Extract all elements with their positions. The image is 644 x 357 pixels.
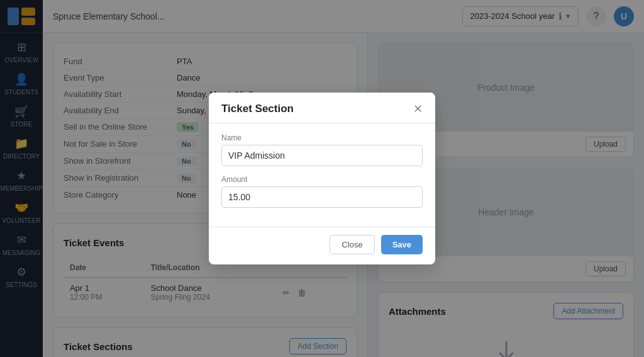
modal-header: Ticket Section ✕ [209,93,435,123]
name-input[interactable] [221,145,423,166]
amount-input[interactable] [221,186,423,208]
modal-title: Ticket Section [221,103,294,115]
modal-close-button[interactable]: ✕ [413,103,423,115]
name-form-group: Name [221,133,423,166]
name-form-label: Name [221,133,423,142]
amount-form-label: Amount [221,175,423,184]
modal-footer: Close Save [209,227,435,264]
modal-save-btn[interactable]: Save [381,235,423,254]
modal-body: Name Amount [209,123,435,227]
modal-close-btn[interactable]: Close [330,235,374,254]
ticket-section-modal: Ticket Section ✕ Name Amount Close Save [209,93,435,264]
modal-overlay[interactable]: Ticket Section ✕ Name Amount Close Save [0,0,644,357]
amount-form-group: Amount [221,175,423,208]
